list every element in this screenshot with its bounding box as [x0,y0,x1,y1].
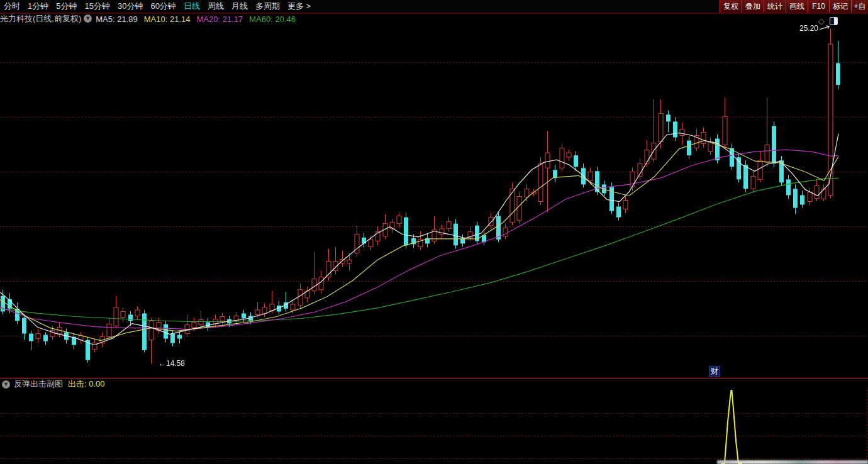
nav-item-8[interactable]: 周线 [208,1,224,12]
sub-indicator-value: 出击: 0.00 [68,378,105,390]
toolbar-button-3[interactable]: 统计 [764,0,786,13]
candlestick-chart[interactable] [0,23,868,378]
panel-separator [0,378,868,378]
chevron-down-icon[interactable]: ▼ [2,380,10,389]
nav-item-4[interactable]: 15分钟 [84,1,109,12]
chart-title-bar: 光力科技(日线,前复权) ▼ MA5: 21.89MA10: 21.14MA20… [0,14,302,23]
nav-item-9[interactable]: 月线 [231,1,248,12]
nav-item-5[interactable]: 30分钟 [118,1,143,12]
toolbar-button-1[interactable]: 复权 [720,0,742,13]
overlay-artifact [717,460,868,464]
high-price-annotation: 25.20 [799,24,818,33]
toolbar-button-5[interactable]: F10 [808,0,829,13]
trading-app-window: 分时1分钟5分钟15分钟30分钟60分钟日线周线月线多周期更多 > 复权叠加统计… [0,0,868,464]
nav-item-11[interactable]: 更多 > [287,1,311,12]
nav-item-10[interactable]: 多周期 [255,1,280,12]
chevron-down-icon[interactable]: ▼ [84,14,92,23]
right-toolbar: 复权叠加统计画线F10标记+自 [720,0,868,13]
nav-item-6[interactable]: 60分钟 [150,1,175,12]
nav-item-2[interactable]: 1分钟 [28,1,48,12]
sub-indicator-chart[interactable] [0,390,868,464]
high-annotation-arrow [820,24,833,31]
nav-item-1[interactable]: 分时 [4,1,20,12]
sub-indicator-title: 反弹出击副图 [14,378,63,390]
low-price-annotation: ←14.58 [159,359,185,368]
finance-marker-badge[interactable]: 财 [709,366,720,377]
nav-item-3[interactable]: 5分钟 [56,1,77,12]
toolbar-button-7[interactable]: +自 [851,0,868,13]
toolbar-button-2[interactable]: 叠加 [742,0,764,13]
nav-item-7[interactable]: 日线 [184,1,200,12]
sub-indicator-header: ▼ 反弹出击副图 出击: 0.00 [0,379,105,389]
toolbar-button-4[interactable]: 画线 [786,0,808,13]
toolbar-button-6[interactable]: 标记 [829,0,851,13]
